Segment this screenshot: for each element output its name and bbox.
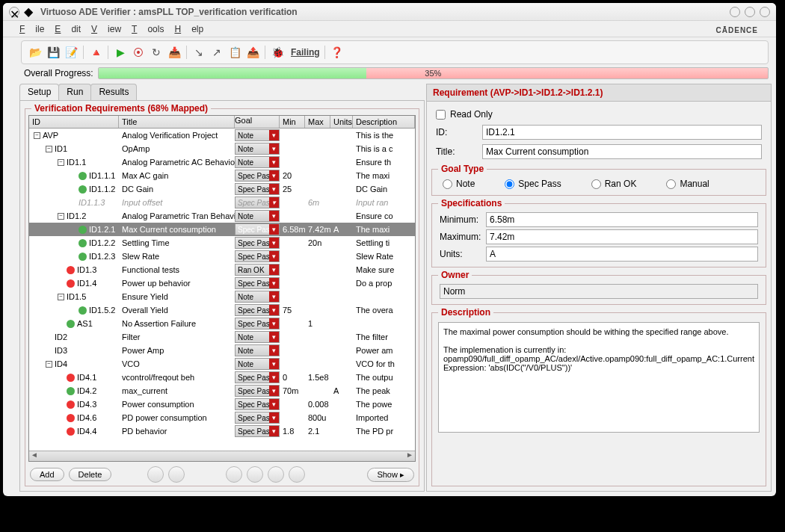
goal-select[interactable]: Ran OK — [235, 264, 280, 276]
table-row[interactable]: ID1.1.1Max AC gainSpec Pass20The maxi — [29, 169, 415, 182]
menu-file[interactable]: File — [19, 24, 44, 34]
close-icon[interactable]: ✕ — [9, 7, 19, 17]
goal-select[interactable]: Spec Pass — [235, 385, 280, 397]
id-field[interactable] — [482, 125, 762, 140]
menu-view[interactable]: View — [91, 24, 121, 34]
goal-select[interactable]: Spec Pass — [235, 318, 280, 330]
step-out-icon[interactable]: ↗ — [209, 45, 224, 60]
nav-up-icon[interactable] — [147, 466, 164, 483]
tree-toggle-icon[interactable]: − — [34, 132, 40, 139]
goal-select[interactable]: Spec Pass — [235, 183, 280, 195]
max-field[interactable] — [486, 229, 758, 244]
tool-c-icon[interactable] — [268, 466, 284, 483]
goal-select[interactable]: Spec Pass — [235, 250, 280, 262]
table-row[interactable]: ID1.3Functional testsRan OKMake sure — [29, 263, 415, 276]
step-in-icon[interactable]: ↘ — [191, 45, 206, 60]
table-row[interactable]: ID3Power AmpNotePower am — [29, 344, 415, 357]
min-field[interactable] — [486, 212, 758, 227]
maximize-icon[interactable] — [745, 7, 755, 17]
menu-tools[interactable]: Tools — [132, 24, 164, 34]
table-row[interactable]: ID4.4PD behaviorSpec Pass1.82.1The PD pr — [29, 424, 415, 438]
menu-help[interactable]: Help — [174, 24, 203, 34]
units-field[interactable] — [486, 247, 758, 262]
table-row[interactable]: −AVPAnalog Verification ProjectNoteThis … — [29, 129, 415, 142]
table-row[interactable]: ID1.2.2Settling TimeSpec Pass20nSettling… — [29, 236, 415, 250]
add-button[interactable]: Add — [30, 468, 64, 481]
tab-run[interactable]: Run — [58, 84, 91, 100]
table-row[interactable]: −ID4VCONoteVCO for th — [29, 357, 415, 371]
radio-manual[interactable]: Manual — [666, 179, 709, 189]
horizontal-scrollbar[interactable] — [29, 451, 415, 461]
tab-setup[interactable]: Setup — [19, 84, 59, 100]
read-only-checkbox[interactable] — [436, 110, 446, 120]
delete-button[interactable]: Delete — [69, 468, 112, 481]
goal-select[interactable]: Spec Pass — [235, 371, 280, 383]
copy-icon[interactable]: 📋 — [227, 45, 242, 60]
table-row[interactable]: ID1.1.2DC GainSpec Pass25DC Gain — [29, 182, 415, 196]
table-row[interactable]: AS1No Assertion FailureSpec Pass1 — [29, 317, 415, 330]
col-max[interactable]: Max — [305, 116, 330, 128]
nav-down-icon[interactable] — [168, 466, 185, 483]
run-icon[interactable]: ▶ — [113, 45, 128, 60]
hierarchy-icon[interactable]: 🔺 — [88, 45, 103, 60]
goal-select[interactable]: Note — [235, 331, 280, 343]
tab-results[interactable]: Results — [90, 84, 137, 100]
tree-toggle-icon[interactable]: − — [58, 159, 64, 166]
table-row[interactable]: ID1.2.3Slew RateSpec PassSlew Rate — [29, 250, 415, 263]
title-field[interactable] — [482, 144, 762, 159]
goal-select[interactable]: Spec Pass — [235, 237, 280, 249]
edit-icon[interactable]: 📝 — [64, 45, 78, 60]
radio-ran[interactable]: Ran OK — [591, 179, 637, 189]
table-row[interactable]: ID1.1.3Input offsetSpec Pass6mInput ran — [29, 196, 415, 209]
tree-toggle-icon[interactable]: − — [58, 213, 64, 220]
goal-select[interactable]: Spec Pass — [235, 277, 280, 289]
goal-select[interactable]: Note — [235, 129, 280, 141]
radio-note[interactable]: Note — [443, 179, 475, 189]
goal-select[interactable]: Note — [235, 344, 280, 356]
table-row[interactable]: −ID1.1Analog Parametric AC BehaviorNoteE… — [29, 155, 415, 169]
table-row[interactable]: −ID1.5Ensure YieldNote — [29, 290, 415, 303]
table-row[interactable]: ID4.3Power consumptionSpec Pass0.008The … — [29, 398, 415, 411]
show-button[interactable]: Show ▸ — [367, 468, 414, 482]
tree-toggle-icon[interactable]: − — [58, 294, 64, 300]
goal-select[interactable]: Spec Pass — [235, 398, 280, 410]
goal-select[interactable]: Spec Pass — [235, 412, 280, 424]
help-icon[interactable]: ❓ — [330, 45, 345, 60]
window-close-icon[interactable] — [760, 7, 770, 17]
table-row[interactable]: ID1.5.2Overall YieldSpec Pass75The overa — [29, 303, 415, 317]
tool-a-icon[interactable] — [226, 466, 242, 483]
open-icon[interactable]: 📂 — [28, 45, 43, 60]
col-title[interactable]: Title — [119, 116, 235, 128]
goal-select[interactable]: Note — [235, 291, 280, 303]
col-desc[interactable]: Description — [353, 116, 415, 128]
tool-b-icon[interactable] — [247, 466, 263, 483]
radio-spec[interactable]: Spec Pass — [505, 179, 561, 189]
bug-icon[interactable]: 🐞 — [270, 45, 285, 60]
table-row[interactable]: ID4.2max_currentSpec Pass70mAThe peak — [29, 384, 415, 398]
minimize-icon[interactable] — [730, 7, 740, 17]
table-row[interactable]: ID4.1vcontrol/freqout behSpec Pass01.5e8… — [29, 371, 415, 384]
table-row[interactable]: ID2FilterNoteThe filter — [29, 330, 415, 344]
goal-select[interactable]: Note — [235, 143, 280, 155]
col-goal[interactable]: Goal — [235, 116, 280, 128]
tree-toggle-icon[interactable]: − — [46, 361, 52, 368]
goal-select[interactable]: Spec Pass — [235, 425, 280, 437]
col-min[interactable]: Min — [280, 116, 305, 128]
goal-select[interactable]: Spec Pass — [235, 170, 280, 182]
tree-toggle-icon[interactable]: − — [46, 146, 52, 152]
table-row[interactable]: −ID1OpAmpNoteThis is a c — [29, 142, 415, 155]
table-row[interactable]: −ID1.2Analog Parametric Tran BehaviorNot… — [29, 209, 415, 223]
col-units[interactable]: Units — [330, 116, 353, 128]
goal-select[interactable]: Note — [235, 156, 280, 168]
titlebar[interactable]: ✕ ◆ Virtuoso ADE Verifier : amsPLL TOP_v… — [3, 3, 776, 21]
goal-select[interactable]: Spec Pass — [235, 223, 280, 235]
table-row[interactable]: ID4.6PD power consumptionSpec Pass800uIm… — [29, 411, 415, 424]
goal-select[interactable]: Spec Pass — [235, 197, 280, 208]
stop-icon[interactable]: ⦿ — [131, 45, 146, 60]
col-id[interactable]: ID — [29, 116, 119, 128]
description-textarea[interactable]: The maximal power consumption should be … — [438, 322, 760, 433]
export-icon[interactable]: 📤 — [245, 45, 260, 60]
menu-edit[interactable]: Edit — [55, 24, 81, 34]
import-icon[interactable]: 📥 — [167, 45, 182, 60]
goal-select[interactable]: Note — [235, 210, 280, 222]
